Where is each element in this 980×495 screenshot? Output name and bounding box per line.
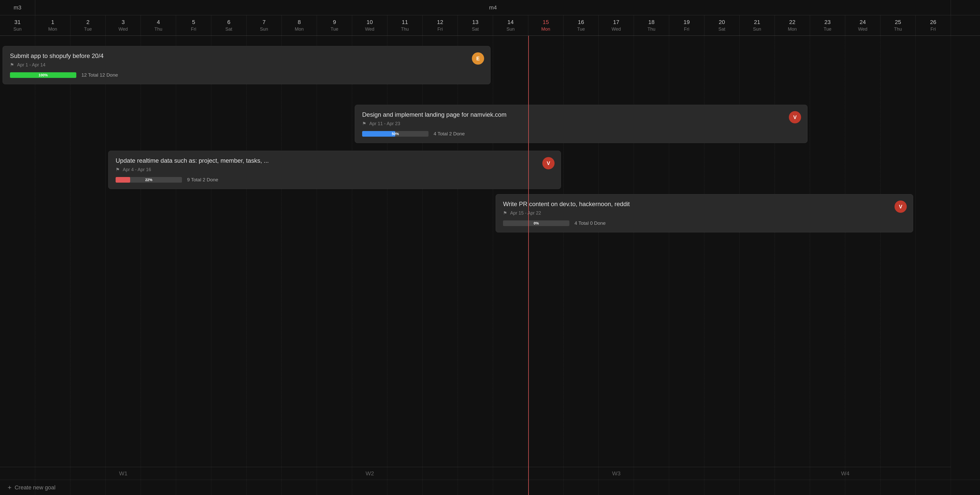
- day-cell-25: 25Thu: [880, 15, 916, 35]
- progress-bar-fill: [362, 131, 395, 137]
- day-number: 26: [930, 19, 936, 26]
- day-name: Fri: [438, 27, 443, 32]
- task-progress-row: 50%4 Total 2 Done: [362, 131, 800, 137]
- day-number: 2: [86, 19, 89, 26]
- day-name: Thu: [154, 27, 162, 32]
- day-name: Sat: [718, 27, 725, 32]
- day-name: Fri: [684, 27, 689, 32]
- grid-line: [282, 36, 317, 495]
- task-card-task1[interactable]: ESubmit app to shopufy before 20/4⚑Apr 1…: [3, 46, 490, 84]
- task-title: Write PR content on dev.to, hackernoon, …: [503, 201, 906, 208]
- create-goal-button[interactable]: +Create new goal: [0, 480, 980, 495]
- gantt-container: m3m431Sun1Mon2Tue3Wed4Thu5Fri6Sat7Sun8Mo…: [0, 0, 980, 495]
- day-cell-3: 3Wed: [106, 15, 141, 35]
- task-progress-row: 100%12 Total 12 Done: [10, 72, 483, 78]
- day-name: Thu: [648, 27, 655, 32]
- day-name: Mon: [788, 27, 797, 32]
- flag-icon: ⚑: [503, 210, 507, 216]
- day-cell-5: 5Fri: [176, 15, 211, 35]
- week-label-w4: W4: [740, 467, 951, 480]
- day-number: 24: [859, 19, 865, 26]
- grid-line: [0, 36, 35, 495]
- task-title: Design and implement landing page for na…: [362, 111, 800, 118]
- day-number: 22: [789, 19, 795, 26]
- day-number: 3: [121, 19, 124, 26]
- day-name: Sat: [472, 27, 479, 32]
- task-dates: ⚑Apr 15 - Apr 22: [503, 210, 906, 216]
- day-number: 6: [227, 19, 230, 26]
- day-number: 14: [508, 19, 514, 26]
- grid-line: [317, 36, 352, 495]
- day-number: 25: [895, 19, 901, 26]
- day-name: Tue: [331, 27, 338, 32]
- progress-bar-fill: [116, 177, 130, 183]
- task-dates: ⚑Apr 11 - Apr 23: [362, 121, 800, 126]
- progress-bar-label: 50%: [392, 132, 399, 136]
- day-number: 18: [648, 19, 654, 26]
- day-name: Sun: [13, 27, 21, 32]
- day-cell-24: 24Wed: [845, 15, 880, 35]
- week-label-w2: W2: [247, 467, 493, 480]
- day-cell-11: 11Thu: [387, 15, 423, 35]
- day-number: 10: [366, 19, 372, 26]
- day-number: 16: [578, 19, 584, 26]
- flag-icon: ⚑: [10, 62, 14, 68]
- plus-icon: +: [8, 484, 11, 492]
- week-label-w1: W1: [0, 467, 247, 480]
- today-line: [528, 36, 529, 495]
- task-stats: 4 Total 2 Done: [434, 131, 465, 137]
- day-cell-19: 19Fri: [669, 15, 704, 35]
- day-name: Mon: [541, 27, 550, 32]
- progress-bar-label: 0%: [534, 221, 539, 225]
- task-avatar: V: [542, 157, 555, 169]
- task-title: Update realtime data such as: project, m…: [116, 157, 554, 164]
- day-number: 9: [333, 19, 336, 26]
- day-number: 12: [437, 19, 443, 26]
- day-cell-15: 15Mon: [528, 15, 563, 35]
- grid-line: [141, 36, 176, 495]
- day-name: Tue: [577, 27, 585, 32]
- day-cell-6: 6Sat: [211, 15, 247, 35]
- task-card-task3[interactable]: VUpdate realtime data such as: project, …: [108, 151, 561, 189]
- day-cell-4: 4Thu: [141, 15, 176, 35]
- month-header: m3m4: [0, 0, 980, 15]
- gantt-body: ESubmit app to shopufy before 20/4⚑Apr 1…: [0, 36, 980, 495]
- day-name: Wed: [365, 27, 374, 32]
- grid-line: [247, 36, 282, 495]
- task-stats: 4 Total 0 Done: [574, 220, 606, 226]
- day-name: Sun: [753, 27, 761, 32]
- progress-bar-container: 100%: [10, 72, 76, 78]
- grid-line: [35, 36, 70, 495]
- day-cell-12: 12Fri: [423, 15, 458, 35]
- day-number: 11: [402, 19, 408, 26]
- grid-line: [106, 36, 141, 495]
- task-avatar: V: [894, 201, 907, 213]
- grid-line: [810, 36, 845, 495]
- day-cell-16: 16Tue: [563, 15, 599, 35]
- day-name: Tue: [84, 27, 92, 32]
- progress-bar-container: 22%: [116, 177, 182, 183]
- day-number: 20: [719, 19, 725, 26]
- day-name: Sat: [225, 27, 232, 32]
- day-name: Mon: [295, 27, 304, 32]
- week-labels: W1W2W3W4: [0, 467, 951, 480]
- task-card-task2[interactable]: VDesign and implement landing page for n…: [355, 105, 808, 143]
- day-name: Wed: [611, 27, 621, 32]
- progress-bar-label: 22%: [145, 178, 152, 182]
- day-number: 23: [824, 19, 830, 26]
- week-label-w3: W3: [493, 467, 740, 480]
- grid-line: [845, 36, 880, 495]
- day-number: 15: [542, 19, 549, 26]
- task-card-task4[interactable]: VWrite PR content on dev.to, hackernoon,…: [496, 194, 913, 232]
- day-name: Sun: [260, 27, 268, 32]
- day-number: 1: [51, 19, 54, 26]
- day-name: Mon: [48, 27, 57, 32]
- task-avatar: V: [789, 111, 801, 123]
- grid-line: [880, 36, 916, 495]
- day-name: Thu: [401, 27, 409, 32]
- day-number: 13: [472, 19, 478, 26]
- day-name: Sun: [506, 27, 514, 32]
- day-cell-23: 23Tue: [810, 15, 845, 35]
- grid-line: [70, 36, 106, 495]
- day-cell-20: 20Sat: [704, 15, 740, 35]
